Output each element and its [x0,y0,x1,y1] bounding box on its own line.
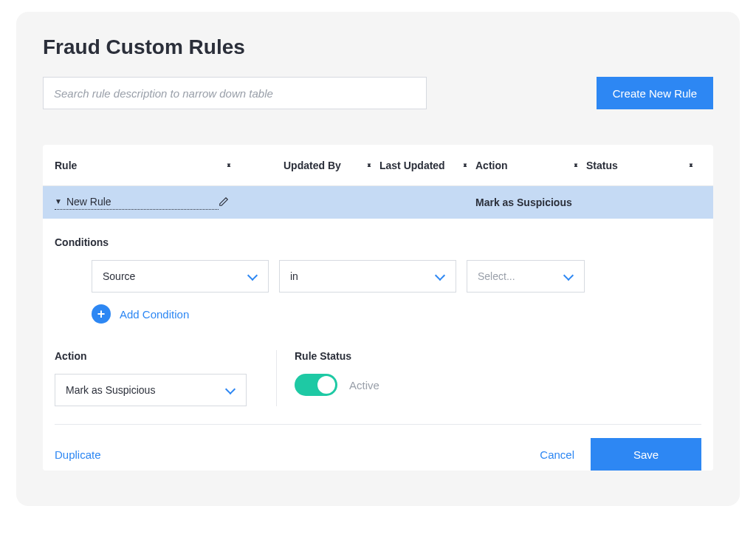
rule-status-text: Active [349,379,379,391]
cell-rule: ▼ New Rule [55,196,239,210]
editor-footer: Duplicate Cancel Save [55,424,701,471]
condition-field-select[interactable]: Source [92,260,269,293]
toolbar: Create New Rule [43,77,713,109]
duplicate-button[interactable]: Duplicate [55,448,101,461]
page-container: Fraud Custom Rules Create New Rule Rule … [16,12,740,506]
save-button[interactable]: Save [591,438,701,471]
cell-action: Mark as Suspicious [475,196,586,208]
action-group: Action Mark as Suspicious [55,350,276,406]
plus-icon: + [92,304,111,324]
toggle-knob [317,376,335,394]
col-header-label: Last Updated [379,160,445,171]
col-header-action[interactable]: Action ▲▼ [475,160,586,171]
select-placeholder: Select... [478,270,515,282]
action-status-row: Action Mark as Suspicious Rule Status Ac… [55,350,701,406]
table-row[interactable]: ▼ New Rule Mark as Suspicious [43,186,713,219]
rule-editor: Conditions Source in Select... + Add Con… [43,219,713,471]
condition-operator-select[interactable]: in [279,260,456,293]
page-title: Fraud Custom Rules [43,35,713,59]
rule-status-label: Rule Status [295,350,701,362]
action-select[interactable]: Mark as Suspicious [55,374,247,406]
condition-value-select[interactable]: Select... [467,260,585,293]
chevron-down-icon [225,385,236,395]
cancel-button[interactable]: Cancel [540,448,574,461]
table-header: Rule ▲▼ Updated By ▲▼ Last Updated ▲▼ Ac… [43,145,713,186]
col-header-updated-by[interactable]: Updated By ▲▼ [284,160,379,171]
search-input[interactable] [43,77,427,109]
chevron-down-icon [563,271,574,281]
pencil-icon[interactable] [219,196,229,209]
col-header-last-updated[interactable]: Last Updated ▲▼ [379,160,475,171]
add-condition-label: Add Condition [120,308,189,321]
col-header-label: Updated By [284,160,341,171]
rule-status-toggle[interactable] [295,374,337,396]
chevron-down-icon [247,271,258,281]
add-condition-button[interactable]: + Add Condition [92,304,189,324]
create-new-rule-button[interactable]: Create New Rule [597,77,713,109]
footer-right: Cancel Save [540,438,701,471]
rule-status-group: Rule Status Active [276,350,701,406]
col-header-label: Rule [55,160,77,171]
col-header-label: Status [586,160,618,171]
chevron-down-icon [435,271,445,281]
select-value: Source [103,270,135,282]
rule-name-editable[interactable]: ▼ New Rule [55,196,219,210]
condition-row: Source in Select... [92,260,701,293]
rule-status-toggle-row: Active [295,374,701,396]
col-header-label: Action [475,160,508,171]
col-header-status[interactable]: Status ▲▼ [586,160,701,171]
select-value: in [290,270,298,282]
caret-down-icon: ▼ [55,197,62,205]
col-header-rule[interactable]: Rule ▲▼ [55,160,239,171]
action-label: Action [55,350,276,362]
select-value: Mark as Suspicious [66,384,155,396]
rules-table: Rule ▲▼ Updated By ▲▼ Last Updated ▲▼ Ac… [43,145,713,471]
rule-name-text: New Rule [66,196,111,208]
conditions-label: Conditions [55,236,701,248]
